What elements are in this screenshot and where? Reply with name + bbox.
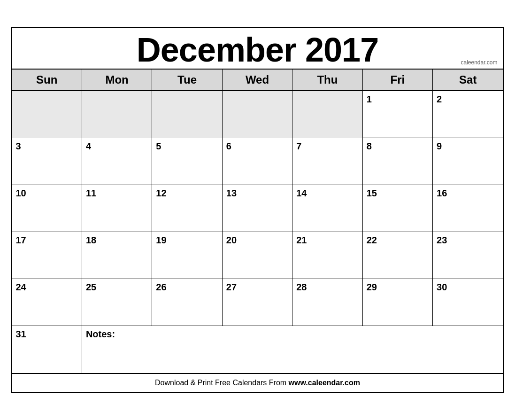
notes-label: Notes: [86, 329, 115, 339]
header-mon: Mon [82, 70, 152, 90]
day-cell-9: 9 [433, 138, 503, 185]
day-cell-8: 8 [363, 138, 433, 185]
week-row-3: 10 11 12 13 14 15 16 [12, 185, 503, 232]
day-cell-30: 30 [433, 279, 503, 326]
week-row-1: 1 2 [12, 91, 503, 138]
week-row-2: 3 4 5 6 7 8 9 [12, 138, 503, 185]
day-cell-26: 26 [152, 279, 222, 326]
day-cell-empty [82, 91, 152, 138]
week-row-last: 31 Notes: [12, 326, 503, 373]
day-cell-empty [223, 91, 292, 138]
day-cell-22: 22 [363, 232, 433, 279]
day-cell-23: 23 [433, 232, 503, 279]
day-cell-15: 15 [363, 185, 433, 232]
day-cell-7: 7 [292, 138, 362, 185]
header-tue: Tue [152, 70, 222, 90]
day-cell-11: 11 [82, 185, 152, 232]
calendar-source: caleendar.com [461, 59, 497, 66]
week-row-4: 17 18 19 20 21 22 23 [12, 232, 503, 279]
day-cell-16: 16 [433, 185, 503, 232]
day-cell-25: 25 [82, 279, 152, 326]
day-cell-6: 6 [223, 138, 292, 185]
day-cell-27: 27 [223, 279, 292, 326]
day-cell-14: 14 [292, 185, 362, 232]
day-cell-13: 13 [223, 185, 292, 232]
notes-cell: Notes: [82, 326, 503, 373]
day-cell-18: 18 [82, 232, 152, 279]
calendar: December 2017 caleendar.com Sun Mon Tue … [11, 27, 504, 393]
calendar-grid: 1 2 3 4 5 6 7 8 [12, 91, 503, 373]
header-fri: Fri [363, 70, 433, 90]
day-cell-17: 17 [12, 232, 82, 279]
footer-text: Download & Print Free Calendars From [155, 379, 289, 387]
day-cell-31: 31 [12, 326, 82, 373]
footer-url: www.caleendar.com [289, 379, 360, 387]
day-cell-empty [152, 91, 222, 138]
header-wed: Wed [223, 70, 292, 90]
day-cell-4: 4 [82, 138, 152, 185]
day-cell-24: 24 [12, 279, 82, 326]
day-cell-28: 28 [292, 279, 362, 326]
header-sat: Sat [433, 70, 503, 90]
day-cell-empty [292, 91, 362, 138]
day-cell-20: 20 [223, 232, 292, 279]
day-cell-21: 21 [292, 232, 362, 279]
day-cell-empty [12, 91, 82, 138]
day-cell-3: 3 [12, 138, 82, 185]
day-cell-12: 12 [152, 185, 222, 232]
day-cell-2: 2 [433, 91, 503, 138]
week-row-5: 24 25 26 27 28 29 30 [12, 279, 503, 326]
day-cell-1: 1 [363, 91, 433, 138]
day-headers: Sun Mon Tue Wed Thu Fri Sat [12, 70, 503, 91]
day-cell-29: 29 [363, 279, 433, 326]
day-cell-10: 10 [12, 185, 82, 232]
calendar-title: December 2017 [12, 33, 503, 67]
day-cell-5: 5 [152, 138, 222, 185]
calendar-footer: Download & Print Free Calendars From www… [12, 373, 503, 392]
calendar-header: December 2017 caleendar.com [12, 28, 503, 70]
header-sun: Sun [12, 70, 82, 90]
day-cell-19: 19 [152, 232, 222, 279]
header-thu: Thu [292, 70, 362, 90]
